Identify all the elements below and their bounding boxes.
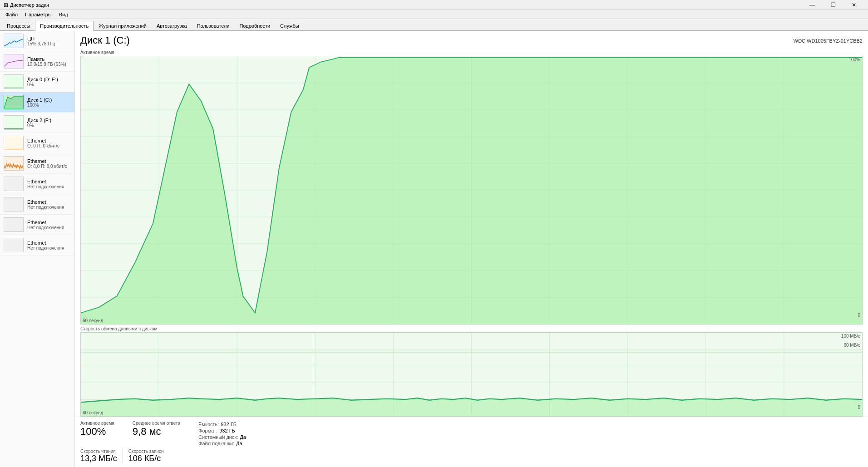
disk0-subtitle: 0% <box>27 82 71 87</box>
disk2-info: Диск 2 (F:) 0% <box>27 118 71 128</box>
menu-file[interactable]: Файл <box>2 11 21 18</box>
eth5-thumbnail <box>4 238 24 252</box>
charts-area: Активное время <box>75 48 868 417</box>
cpu-thumbnail <box>4 34 24 48</box>
cpu-info: ЦП 15% 3,78 ГГц <box>27 36 71 46</box>
write-label: Скорость записи <box>128 449 164 454</box>
swap-file-value: Да <box>236 441 242 446</box>
sidebar-item-eth2[interactable]: Ethernet Нет подключения <box>0 174 74 194</box>
menu-view[interactable]: Вид <box>55 11 72 18</box>
disk2-subtitle: 0% <box>27 123 71 128</box>
eth0-thumbnail <box>4 136 24 150</box>
menu-parameters[interactable]: Параметры <box>21 11 55 18</box>
sidebar-item-eth4[interactable]: Ethernet Нет подключения <box>0 215 74 235</box>
read-value: 13,3 МБ/с <box>80 454 117 463</box>
sidebar-item-disk2[interactable]: Диск 2 (F:) 0% <box>0 113 74 133</box>
eth3-thumbnail <box>4 197 24 211</box>
app-title: Диспетчер задач <box>10 2 49 8</box>
tab-details[interactable]: Подробности <box>234 21 275 30</box>
capacity-label: Ёмкость: <box>198 422 219 427</box>
tab-services[interactable]: Службы <box>275 21 304 30</box>
read-speed-block: Скорость чтения 13,3 МБ/с <box>80 449 123 463</box>
eth3-subtitle: Нет подключения <box>27 205 71 210</box>
disk1-info: Диск 1 (C:) 100% <box>27 97 71 108</box>
sidebar-item-cpu[interactable]: ЦП 15% 3,78 ГГц <box>0 31 74 51</box>
memory-info: Память 10,0/15,9 ГБ (63%) <box>27 56 71 67</box>
active-time-zero-label: 0 <box>858 313 860 318</box>
disk2-thumbnail <box>4 115 24 130</box>
cpu-subtitle: 15% 3,78 ГГц <box>27 41 71 46</box>
disk-speed-label: Скорость обмена данными с диском <box>80 326 863 331</box>
eth5-subtitle: Нет подключения <box>27 246 71 251</box>
disk0-info: Диск 0 (D: E:) 0% <box>27 77 71 87</box>
write-value: 106 КБ/с <box>128 454 164 463</box>
content-title-block: Диск 1 (C:) <box>80 34 130 46</box>
tab-autostart[interactable]: Автозагрузка <box>152 21 192 30</box>
eth4-thumbnail <box>4 217 24 232</box>
disk0-thumbnail <box>4 74 24 89</box>
active-time-stat-label: Активное время <box>80 421 114 426</box>
read-write-section: Скорость чтения 13,3 МБ/с Скорость запис… <box>80 449 863 463</box>
stat-avg-response: Среднее время ответа 9,8 мс <box>133 421 180 438</box>
eth2-title: Ethernet <box>27 179 71 184</box>
eth2-subtitle: Нет подключения <box>27 184 71 189</box>
swap-file-label: Файл подкачки: <box>198 441 234 446</box>
disk1-subtitle: 100% <box>27 103 71 108</box>
content-model: WDC WD1005FBYZ-01YCBB2 <box>794 38 863 44</box>
write-speed-block: Скорость записи 106 КБ/с <box>128 449 169 463</box>
format-value: 932 ГБ <box>219 428 235 433</box>
disk0-title: Диск 0 (D: E:) <box>27 77 71 82</box>
content-area: Диск 1 (C:) WDC WD1005FBYZ-01YCBB2 Актив… <box>75 31 868 467</box>
tab-processes[interactable]: Процессы <box>2 21 35 30</box>
active-time-label: Активное время <box>80 50 863 55</box>
eth2-thumbnail <box>4 177 24 191</box>
eth5-info: Ethernet Нет подключения <box>27 240 71 251</box>
title-bar-left: ⊞ Диспетчер задач <box>4 2 49 8</box>
eth5-title: Ethernet <box>27 240 71 246</box>
eth1-subtitle: О: 8,0 П: 8,0 кбит/с <box>27 164 71 169</box>
eth4-info: Ethernet Нет подключения <box>27 220 71 230</box>
eth3-title: Ethernet <box>27 199 71 205</box>
stat-system-disk: Системный диск: Да <box>198 434 246 440</box>
tab-performance[interactable]: Производительность <box>35 21 94 31</box>
cpu-title: ЦП <box>27 36 71 41</box>
sidebar-item-eth3[interactable]: Ethernet Нет подключения <box>0 194 74 215</box>
eth0-title: Ethernet <box>27 138 71 143</box>
maximize-button[interactable]: ❐ <box>823 0 843 10</box>
app-icon: ⊞ <box>4 2 8 8</box>
sidebar-item-eth1[interactable]: Ethernet О: 8,0 П: 8,0 кбит/с <box>0 153 74 174</box>
disk1-thumbnail <box>4 95 24 109</box>
eth4-title: Ethernet <box>27 220 71 225</box>
stat-capacity: Ёмкость: 932 ГБ <box>198 422 246 427</box>
sidebar-item-memory[interactable]: Память 10,0/15,9 ГБ (63%) <box>0 51 74 72</box>
eth3-info: Ethernet Нет подключения <box>27 199 71 210</box>
sidebar-item-eth0[interactable]: Ethernet О: 0 П: 0 кбит/с <box>0 133 74 153</box>
capacity-value: 932 ГБ <box>221 422 237 427</box>
content-header: Диск 1 (C:) WDC WD1005FBYZ-01YCBB2 <box>75 31 868 48</box>
read-label: Скорость чтения <box>80 449 117 454</box>
system-disk-label: Системный диск: <box>198 434 238 440</box>
menu-bar: Файл Параметры Вид <box>0 10 868 19</box>
memory-subtitle: 10,0/15,9 ГБ (63%) <box>27 62 71 67</box>
eth4-subtitle: Нет подключения <box>27 225 71 230</box>
stats-area: Активное время 100% Среднее время ответа… <box>75 417 868 467</box>
disk-speed-mid-label: 60 МБ/с <box>843 343 860 348</box>
system-disk-value: Да <box>240 434 246 440</box>
tab-users[interactable]: Пользователи <box>192 21 235 30</box>
active-time-stat-value: 100% <box>80 426 114 438</box>
sidebar-item-eth5[interactable]: Ethernet Нет подключения <box>0 235 74 256</box>
eth2-info: Ethernet Нет подключения <box>27 179 71 189</box>
stats-main-values: Активное время 100% Среднее время ответа… <box>80 421 246 446</box>
sidebar-item-disk0[interactable]: Диск 0 (D: E:) 0% <box>0 72 74 92</box>
sidebar: ЦП 15% 3,78 ГГц Память 10,0/15,9 ГБ (63%… <box>0 31 75 467</box>
tab-journal[interactable]: Журнал приложений <box>94 21 152 30</box>
stats-details-block: Ёмкость: 932 ГБ Формат: 932 ГБ Системный… <box>198 422 246 446</box>
disk-speed-x-label: 60 секунд <box>83 410 103 415</box>
eth1-thumbnail <box>4 156 24 171</box>
eth1-title: Ethernet <box>27 158 71 164</box>
minimize-button[interactable]: — <box>802 0 823 10</box>
eth0-info: Ethernet О: 0 П: 0 кбит/с <box>27 138 71 148</box>
stat-format: Формат: 932 ГБ <box>198 428 246 433</box>
close-button[interactable]: ✕ <box>843 0 864 10</box>
sidebar-item-disk1[interactable]: Диск 1 (C:) 100% <box>0 92 74 113</box>
